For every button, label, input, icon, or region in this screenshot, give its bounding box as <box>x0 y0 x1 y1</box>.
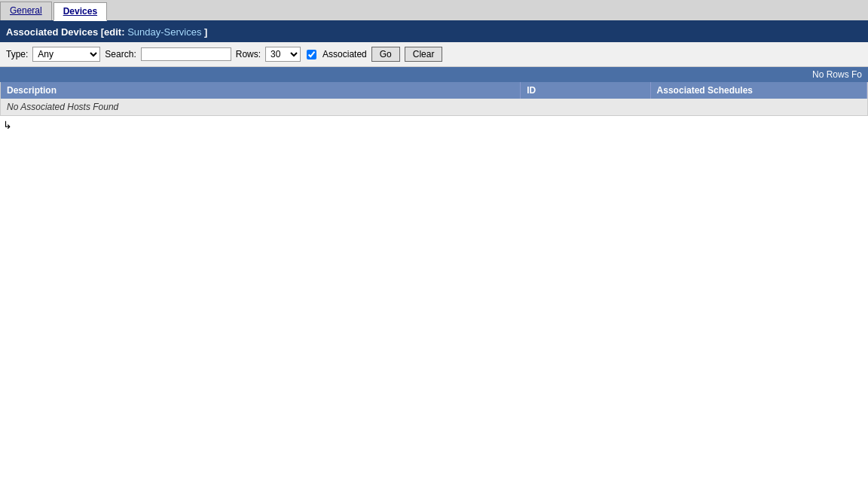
tab-general[interactable]: General <box>0 2 52 20</box>
tab-bar: General Devices <box>0 0 868 22</box>
type-label: Type: <box>6 49 28 59</box>
empty-message: No Associated Hosts Found <box>1 99 867 115</box>
col-id: ID <box>521 82 650 99</box>
arrow-icon: ↳ <box>0 116 868 131</box>
table-header: Description ID Associated Schedules <box>1 82 867 99</box>
section-edit: [edit: Sunday-Services ] <box>101 26 208 38</box>
table-row-empty: No Associated Hosts Found <box>1 99 867 115</box>
type-select[interactable]: Any Server Workstation Network <box>32 47 100 62</box>
rows-select[interactable]: 10 20 30 50 100 <box>265 47 301 62</box>
tab-devices[interactable]: Devices <box>53 2 107 21</box>
associated-checkbox[interactable] <box>307 50 316 59</box>
associated-label: Associated <box>322 49 367 59</box>
filter-bar: Type: Any Server Workstation Network Sea… <box>0 42 868 67</box>
section-header: Associated Devices [edit: Sunday-Service… <box>0 22 868 42</box>
edit-link[interactable]: Sunday-Services <box>127 26 201 38</box>
table-wrapper: Description ID Associated Schedules No A… <box>0 82 868 116</box>
col-associated-schedules: Associated Schedules <box>650 82 866 99</box>
status-bar: No Rows Fo <box>0 67 868 82</box>
go-button[interactable]: Go <box>371 47 400 62</box>
data-table: Description ID Associated Schedules No A… <box>1 82 867 115</box>
section-title: Associated Devices <box>6 26 98 38</box>
table-body: No Associated Hosts Found <box>1 99 867 115</box>
clear-button[interactable]: Clear <box>405 47 443 62</box>
rows-label: Rows: <box>236 49 261 59</box>
col-description: Description <box>1 82 521 99</box>
status-message: No Rows Fo <box>812 69 862 80</box>
table-header-row: Description ID Associated Schedules <box>1 82 867 99</box>
search-label: Search: <box>105 49 136 59</box>
search-input[interactable] <box>141 47 231 61</box>
